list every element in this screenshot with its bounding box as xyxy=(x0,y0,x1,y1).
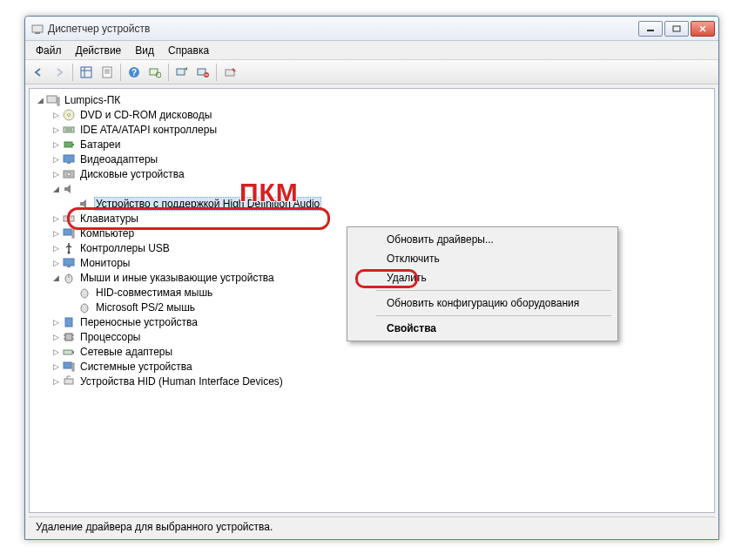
expand-icon[interactable]: ▷ xyxy=(51,125,61,135)
back-button[interactable] xyxy=(29,63,48,82)
tree-label: Lumpics-ПК xyxy=(63,94,122,106)
status-text: Удаление драйвера для выбранного устройс… xyxy=(36,521,273,533)
svg-rect-43 xyxy=(67,266,71,267)
svg-rect-39 xyxy=(64,229,71,235)
tree-label: Microsoft PS/2 мышь xyxy=(94,301,197,314)
tree-item-audio-category[interactable]: ◢x xyxy=(51,181,711,196)
svg-rect-58 xyxy=(64,379,73,384)
expand-icon[interactable]: ▷ xyxy=(51,332,61,342)
tree-label: HID-совместимая мышь xyxy=(94,287,214,299)
expand-icon[interactable]: ▷ xyxy=(51,243,61,253)
expand-icon[interactable]: ▷ xyxy=(51,154,61,165)
svg-point-25 xyxy=(68,113,71,116)
svg-rect-6 xyxy=(81,67,91,78)
expand-icon[interactable]: ▷ xyxy=(51,213,61,224)
network-icon xyxy=(62,345,76,359)
context-separator xyxy=(376,315,611,316)
tree-label: Мыши и иные указывающие устройства xyxy=(78,272,276,284)
show-hide-tree-button[interactable] xyxy=(77,63,96,82)
properties-button[interactable] xyxy=(98,63,117,82)
context-scan-hardware[interactable]: Обновить конфигурацию оборудования xyxy=(376,293,615,313)
svg-rect-0 xyxy=(32,25,43,32)
expand-icon[interactable]: ▷ xyxy=(51,228,61,239)
collapse-icon[interactable]: ◢ xyxy=(51,184,61,194)
uninstall-button[interactable] xyxy=(193,63,212,82)
tree-label: Клавиатуры xyxy=(78,213,140,225)
usb-icon xyxy=(62,241,76,255)
tree-label: Сетевые адаптеры xyxy=(78,346,174,358)
menu-view[interactable]: Вид xyxy=(128,43,161,58)
menu-file[interactable]: Файл xyxy=(29,43,69,58)
svg-rect-31 xyxy=(64,155,74,162)
context-delete[interactable]: Удалить xyxy=(376,268,615,287)
close-button[interactable] xyxy=(691,21,715,37)
window-title: Диспетчер устройств xyxy=(48,23,637,35)
update-driver-button[interactable] xyxy=(172,63,192,82)
svg-rect-29 xyxy=(64,142,72,147)
toolbar-separator xyxy=(72,64,73,81)
titlebar: Диспетчер устройств xyxy=(25,17,718,41)
forward-button[interactable] xyxy=(50,63,69,82)
help-button[interactable]: ? xyxy=(125,63,144,82)
app-icon xyxy=(30,22,44,36)
menu-action[interactable]: Действие xyxy=(69,43,129,58)
battery-icon xyxy=(62,138,76,152)
tree-label: Компьютер xyxy=(78,227,136,240)
tree-item-network[interactable]: ▷Сетевые адаптеры xyxy=(51,344,711,359)
svg-rect-1 xyxy=(35,32,40,34)
tree-item-system[interactable]: ▷Системные устройства xyxy=(51,359,711,374)
svg-point-41 xyxy=(68,251,71,253)
context-disable[interactable]: Отключить xyxy=(376,249,615,268)
minimize-button[interactable] xyxy=(638,21,663,37)
speaker-icon xyxy=(77,197,91,211)
context-properties[interactable]: Свойства xyxy=(376,319,615,338)
tree-item-dvd[interactable]: ▷DVD и CD-ROM дисководы xyxy=(51,107,711,122)
expand-icon[interactable]: ▷ xyxy=(51,110,61,120)
tree-item-disk[interactable]: ▷Дисковые устройства xyxy=(51,166,711,181)
expand-icon[interactable]: ▷ xyxy=(51,258,61,268)
expand-icon[interactable]: ▷ xyxy=(51,139,61,150)
svg-rect-54 xyxy=(64,350,72,354)
pc-icon xyxy=(62,226,76,240)
svg-point-37 xyxy=(69,217,70,218)
svg-rect-55 xyxy=(72,351,74,354)
mouse-icon xyxy=(62,271,76,285)
disable-button[interactable] xyxy=(220,63,239,82)
svg-rect-48 xyxy=(65,318,72,327)
svg-rect-17 xyxy=(177,69,185,75)
mouse-icon xyxy=(77,286,91,300)
collapse-icon[interactable]: ◢ xyxy=(35,95,45,105)
expand-icon[interactable]: ▷ xyxy=(51,361,61,372)
tree-item-video[interactable]: ▷Видеоадаптеры xyxy=(51,152,711,166)
system-icon xyxy=(62,360,76,374)
tree-label: Батареи xyxy=(78,138,122,151)
svg-rect-35 xyxy=(64,216,74,221)
menu-help[interactable]: Справка xyxy=(161,43,216,58)
statusbar: Удаление драйвера для выбранного устройс… xyxy=(29,516,715,536)
mouse-icon xyxy=(77,300,91,314)
tree-item-battery[interactable]: ▷Батареи xyxy=(51,137,711,152)
tree-label: DVD и CD-ROM дисководы xyxy=(78,109,213,121)
scan-hardware-button[interactable] xyxy=(145,63,165,82)
tree-item-hid[interactable]: ▷Устройства HID (Human Interface Devices… xyxy=(51,374,711,388)
expand-icon[interactable]: ▷ xyxy=(51,169,61,179)
tree-item-keyboard[interactable]: ▷Клавиатуры xyxy=(51,211,711,226)
svg-rect-57 xyxy=(72,363,74,371)
tree-item-ide[interactable]: ▷IDE ATA/ATAPI контроллеры xyxy=(51,122,711,137)
context-menu: Обновить драйверы... Отключить Удалить О… xyxy=(347,226,618,341)
maximize-button[interactable] xyxy=(664,21,689,37)
tree-root[interactable]: ◢ Lumpics-ПК xyxy=(35,92,711,107)
context-update-drivers[interactable]: Обновить драйверы... xyxy=(376,230,615,249)
svg-rect-3 xyxy=(673,26,680,31)
expand-icon[interactable]: ▷ xyxy=(51,376,61,387)
tree-label: Устройства HID (Human Interface Devices) xyxy=(78,375,285,388)
expand-icon[interactable]: ▷ xyxy=(51,317,61,327)
computer-icon xyxy=(46,93,60,107)
menubar: Файл Действие Вид Справка xyxy=(25,41,718,60)
svg-point-34 xyxy=(67,172,71,176)
tree-item-hd-audio[interactable]: Устройство с поддержкой High Definition … xyxy=(66,196,711,211)
collapse-icon[interactable]: ◢ xyxy=(51,273,61,283)
expand-icon[interactable]: ▷ xyxy=(51,347,61,357)
svg-rect-21 xyxy=(226,70,234,76)
display-icon xyxy=(62,152,76,166)
